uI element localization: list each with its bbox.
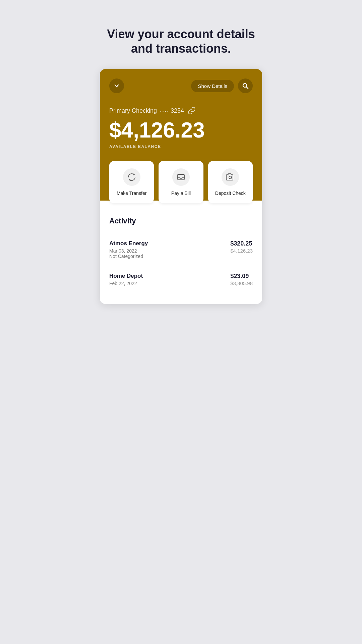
link-icon [188, 107, 195, 116]
transaction-meta: Mar 03, 2022 Not Categorized [109, 248, 148, 259]
card-body: Activity Atmos Energy Mar 03, 2022 Not C… [100, 201, 262, 304]
camera-icon-circle [222, 168, 239, 186]
transaction-name: Atmos Energy [109, 240, 148, 247]
toolbar-right: Show Details [191, 78, 253, 93]
account-balance: $4,126.23 [109, 118, 253, 142]
card-header: Show Details Primary Checking ····3254 [100, 69, 262, 203]
show-details-button[interactable]: Show Details [191, 80, 234, 92]
transaction-right: $23.09 $3,805.98 [230, 273, 253, 286]
transaction-amount: $23.09 [230, 273, 253, 280]
pay-bill-label: Pay a Bill [171, 191, 191, 196]
transaction-right: $320.25 $4,126.23 [230, 240, 253, 254]
transaction-category: Not Categorized [109, 254, 148, 259]
transaction-amount: $320.25 [230, 240, 253, 247]
account-name-text: Primary Checking [109, 108, 157, 114]
transaction-date: Feb 22, 2022 [109, 281, 143, 286]
transaction-left: Home Depot Feb 22, 2022 [109, 273, 143, 286]
transaction-balance: $4,126.23 [230, 248, 253, 254]
deposit-check-label: Deposit Check [215, 191, 246, 196]
account-dots: ···· [160, 108, 169, 114]
activity-title: Activity [109, 217, 253, 225]
transaction-left: Atmos Energy Mar 03, 2022 Not Categorize… [109, 240, 148, 259]
transaction-row: Home Depot Feb 22, 2022 $23.09 $3,805.98 [109, 273, 253, 286]
transaction-row: Atmos Energy Mar 03, 2022 Not Categorize… [109, 240, 253, 259]
account-card: Show Details Primary Checking ····3254 [100, 69, 262, 304]
camera-icon [226, 172, 235, 182]
search-button[interactable] [238, 78, 253, 93]
actions-row: Make Transfer Pay a Bill [109, 161, 253, 203]
transaction-balance: $3,805.98 [230, 280, 253, 286]
pay-bill-button[interactable]: Pay a Bill [159, 161, 203, 203]
card-toolbar: Show Details [109, 78, 253, 93]
transaction-meta: Feb 22, 2022 [109, 281, 143, 286]
bill-icon [176, 172, 186, 182]
balance-label: Available Balance [109, 144, 253, 149]
make-transfer-label: Make Transfer [117, 191, 146, 196]
page-wrapper: View your account details and transactio… [90, 0, 272, 304]
make-transfer-button[interactable]: Make Transfer [109, 161, 154, 203]
page-header: View your account details and transactio… [90, 0, 272, 69]
deposit-check-button[interactable]: Deposit Check [208, 161, 253, 203]
svg-point-3 [229, 176, 232, 179]
account-info: Primary Checking ····3254 $4,126.23 Avai… [109, 107, 253, 149]
dropdown-button[interactable] [109, 78, 124, 93]
page-title: View your account details and transactio… [104, 27, 258, 56]
transaction-date: Mar 03, 2022 [109, 248, 148, 254]
transaction-item[interactable]: Atmos Energy Mar 03, 2022 Not Categorize… [109, 233, 253, 266]
transaction-item[interactable]: Home Depot Feb 22, 2022 $23.09 $3,805.98 [109, 266, 253, 293]
transfer-icon-circle [123, 168, 140, 186]
transfer-icon [127, 172, 136, 182]
svg-line-1 [246, 87, 248, 89]
bill-icon-circle [172, 168, 190, 186]
account-last-four: 3254 [171, 108, 184, 114]
transaction-name: Home Depot [109, 273, 143, 279]
account-name: Primary Checking ····3254 [109, 107, 253, 116]
